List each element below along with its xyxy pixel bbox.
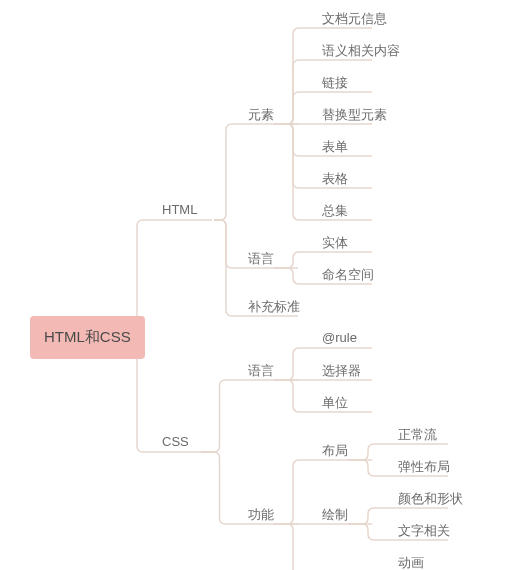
tree-node: 实体 [322, 234, 348, 252]
tree-node: CSS [162, 434, 189, 449]
tree-node: 表单 [322, 138, 348, 156]
tree-node: 单位 [322, 394, 348, 412]
tree-node: 链接 [322, 74, 348, 92]
tree-node: @rule [322, 330, 357, 345]
mindmap-canvas: HTML和CSS HTML元素文档元信息语义相关内容链接替换型元素表单表格总集语… [0, 0, 512, 570]
tree-node: 布局 [322, 442, 348, 460]
tree-node: 弹性布局 [398, 458, 450, 476]
tree-node: 语言 [248, 250, 274, 268]
tree-node: 补充标准 [248, 298, 300, 316]
tree-node: 命名空间 [322, 266, 374, 284]
tree-node: 正常流 [398, 426, 437, 444]
tree-node: 文档元信息 [322, 10, 387, 28]
tree-node: 语义相关内容 [322, 42, 400, 60]
tree-node: 颜色和形状 [398, 490, 463, 508]
tree-node: HTML [162, 202, 197, 217]
tree-node: 动画 [398, 554, 424, 570]
tree-node: 表格 [322, 170, 348, 188]
tree-node: 功能 [248, 506, 274, 524]
tree-node: 文字相关 [398, 522, 450, 540]
tree-node: 绘制 [322, 506, 348, 524]
tree-node: 元素 [248, 106, 274, 124]
root-node: HTML和CSS [30, 316, 145, 359]
tree-node: 总集 [322, 202, 348, 220]
tree-node: 语言 [248, 362, 274, 380]
edge-layer [0, 0, 512, 570]
tree-node: 选择器 [322, 362, 361, 380]
tree-node: 替换型元素 [322, 106, 387, 124]
